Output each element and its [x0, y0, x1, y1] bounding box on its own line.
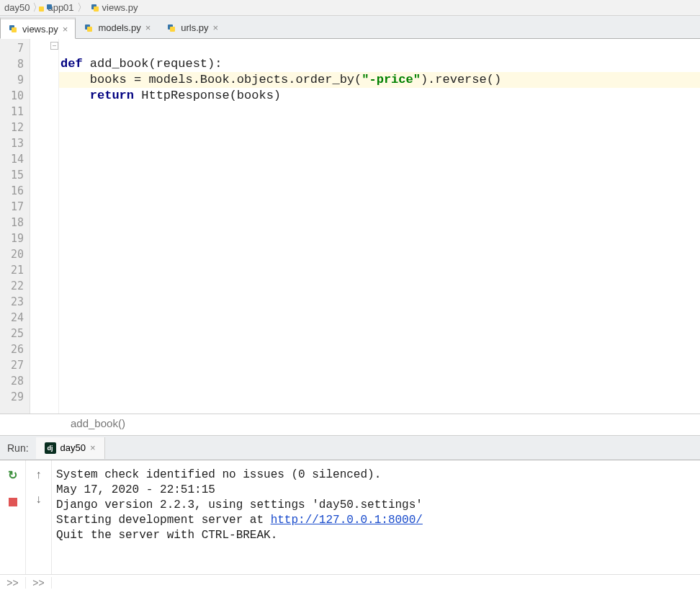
line-number: 18 — [3, 215, 24, 231]
line-number: 12 — [3, 120, 24, 135]
code-text: ).reverse() — [421, 73, 501, 86]
keyword-return: return — [90, 89, 134, 102]
tab-models[interactable]: models.py × — [76, 17, 158, 38]
line-number: 17 — [3, 199, 24, 215]
code-content[interactable]: def add_book(request): books = models.Bo… — [59, 39, 700, 414]
code-editor[interactable]: 7891011121314151617181920212223242526272… — [0, 39, 700, 414]
line-number: 20 — [3, 246, 24, 262]
tab-label: views.py — [22, 24, 58, 35]
line-number: 22 — [3, 278, 24, 294]
breadcrumb-part[interactable]: app01 — [45, 2, 73, 13]
fold-column: – — [30, 39, 59, 414]
expand-row: >> >> — [0, 574, 700, 590]
rerun-button[interactable]: ↻ — [6, 468, 20, 482]
console-line: Django version 2.2.3, using settings 'da… — [56, 499, 423, 511]
close-icon[interactable]: × — [145, 23, 151, 32]
breadcrumb-part[interactable]: views.py — [90, 2, 138, 13]
line-number: 14 — [3, 151, 24, 167]
line-number: 11 — [3, 104, 24, 120]
line-number: 23 — [3, 294, 24, 310]
keyword-def: def — [60, 57, 83, 71]
line-number: 16 — [3, 183, 24, 199]
python-file-icon — [90, 3, 100, 13]
breadcrumb-part[interactable]: day50 — [4, 2, 30, 13]
line-number: 8 — [3, 56, 24, 72]
line-number: 29 — [3, 389, 24, 405]
line-number: 9 — [3, 72, 24, 88]
code-text: add_book(request): — [83, 57, 223, 71]
line-number: 7 — [3, 40, 24, 56]
code-text: HttpResponse(books) — [134, 89, 281, 102]
console-line: Starting development server at — [56, 514, 271, 527]
console-line: System check identified no issues (0 sil… — [56, 468, 381, 481]
run-tab-label: day50 — [60, 442, 86, 453]
expand-nav-button[interactable]: >> — [26, 577, 52, 589]
breadcrumb-label: views.py — [102, 2, 138, 13]
breadcrumb-bar: day50 〉 app01 〉 views.py — [0, 0, 700, 16]
line-gutter: 7891011121314151617181920212223242526272… — [0, 39, 30, 414]
line-number: 27 — [3, 357, 24, 373]
python-file-icon — [84, 23, 94, 33]
string-literal: "-price" — [362, 73, 421, 86]
python-file-icon — [166, 23, 176, 33]
console-line: May 17, 2020 - 22:51:15 — [56, 483, 215, 496]
django-icon: dj — [45, 442, 56, 454]
line-number: 19 — [3, 231, 24, 246]
code-text: books = models.Book.objects.order_by( — [60, 73, 362, 86]
code-indent — [60, 89, 90, 102]
run-label: Run: — [0, 442, 36, 454]
run-tab-day50[interactable]: dj day50 × — [36, 437, 105, 459]
console-line: Quit the server with CTRL-BREAK. — [56, 529, 277, 542]
run-panel-tabs: Run: dj day50 × — [0, 436, 700, 460]
stop-button[interactable] — [6, 495, 20, 509]
tab-label: models.py — [98, 22, 140, 33]
fold-toggle[interactable]: – — [50, 42, 58, 50]
close-icon[interactable]: × — [90, 442, 96, 453]
python-file-icon — [8, 24, 18, 34]
line-number: 24 — [3, 310, 24, 326]
line-number: 25 — [3, 326, 24, 341]
tab-urls[interactable]: urls.py × — [158, 17, 226, 38]
up-button[interactable]: ↑ — [32, 468, 46, 482]
tab-views[interactable]: views.py × — [0, 17, 76, 39]
chevron-right-icon: 〉 — [77, 1, 87, 14]
console-toolbar-nav: ↑ ↓ — [26, 460, 52, 574]
console-panel: ↻ ↑ ↓ System check identified no issues … — [0, 460, 700, 574]
function-breadcrumb[interactable]: add_book() — [0, 414, 700, 436]
console-toolbar-left: ↻ — [0, 460, 26, 574]
editor-tabs: views.py × models.py × urls.py × — [0, 16, 700, 39]
server-url-link[interactable]: http://127.0.0.1:8000/ — [271, 514, 423, 527]
line-number: 21 — [3, 262, 24, 278]
close-icon[interactable]: × — [213, 23, 219, 32]
line-number: 13 — [3, 135, 24, 151]
line-number: 15 — [3, 167, 24, 183]
tab-label: urls.py — [181, 22, 208, 33]
down-button[interactable]: ↓ — [32, 492, 46, 506]
line-number: 28 — [3, 373, 24, 389]
close-icon[interactable]: × — [63, 24, 68, 34]
line-number: 10 — [3, 88, 24, 104]
console-output[interactable]: System check identified no issues (0 sil… — [52, 460, 700, 574]
expand-left-button[interactable]: >> — [0, 577, 26, 589]
line-number: 26 — [3, 341, 24, 357]
